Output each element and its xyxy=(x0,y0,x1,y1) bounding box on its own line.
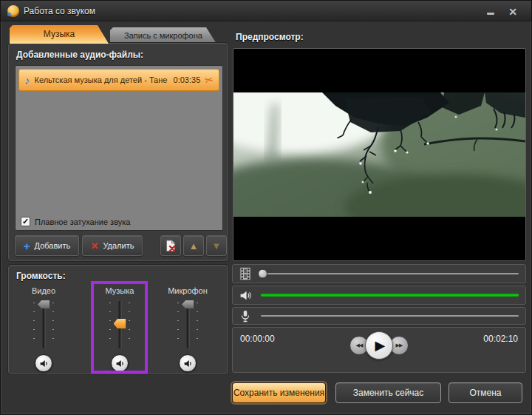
volume-panel: Громкость: Видео Музыка xyxy=(8,265,228,374)
move-up-button[interactable]: ▲ xyxy=(183,235,204,256)
app-icon xyxy=(7,5,19,17)
video-preview xyxy=(233,48,526,261)
play-icon: ▶ xyxy=(375,337,386,354)
slider-label-video: Видео xyxy=(16,286,72,295)
minimize-icon xyxy=(487,13,494,15)
tab-music[interactable]: Музыка xyxy=(10,25,109,44)
video-mute-button[interactable] xyxy=(35,354,52,372)
window-title: Работа со звуком xyxy=(24,1,95,21)
volume-heading: Громкость: xyxy=(16,271,66,281)
microphone-volume-handle[interactable] xyxy=(182,300,194,308)
next-icon: ▶▶ xyxy=(396,343,403,348)
microphone-mute-button[interactable] xyxy=(179,354,197,372)
close-icon: ✕ xyxy=(508,6,517,18)
seek-row xyxy=(232,264,526,283)
microphone-level-row xyxy=(232,307,526,325)
tick-marks xyxy=(197,303,198,347)
speaker-icon xyxy=(238,288,253,303)
audio-files-panel: Добавленные аудио-файлы: ♪ Кельтская муз… xyxy=(8,43,228,261)
transport-controls: ◀◀ ▶ ▶▶ xyxy=(349,331,409,360)
audio-file-row[interactable]: ♪ Кельтская музыка для детей - Танец-ht.… xyxy=(18,69,219,91)
clear-list-button[interactable] xyxy=(160,235,181,256)
delete-button-label: Удалить xyxy=(103,241,134,250)
music-note-icon: ♪ xyxy=(24,74,30,87)
check-icon: ✓ xyxy=(22,217,29,226)
tick-marks xyxy=(52,303,54,347)
slider-label-music: Музыка xyxy=(92,286,148,295)
cancel-button[interactable]: Отмена xyxy=(449,382,522,403)
speaker-icon xyxy=(115,359,125,368)
previous-icon: ◀◀ xyxy=(356,343,363,348)
filmstrip-icon xyxy=(238,266,253,281)
title-bar: Работа со звуком ✕ xyxy=(1,1,531,21)
replace-now-button[interactable]: Заменить сейчас xyxy=(335,382,441,403)
audio-files-heading: Добавленные аудио-файлы: xyxy=(16,50,143,60)
volume-slider-video: Видео xyxy=(16,285,72,372)
fade-checkbox[interactable]: ✓ xyxy=(21,217,30,226)
music-volume-track[interactable] xyxy=(92,300,148,351)
video-volume-track[interactable] xyxy=(16,300,72,351)
tick-marks xyxy=(177,303,179,347)
audio-files-list[interactable]: ♪ Кельтская музыка для детей - Танец-ht.… xyxy=(15,65,223,231)
elapsed-time: 00:00:00 xyxy=(240,334,275,344)
play-button[interactable]: ▶ xyxy=(365,331,393,360)
tick-marks xyxy=(33,303,35,347)
close-button[interactable]: ✕ xyxy=(506,6,519,17)
add-button[interactable]: + Добавить xyxy=(15,235,79,256)
minimize-button[interactable] xyxy=(484,6,497,17)
clear-document-icon xyxy=(166,240,177,252)
arrow-down-icon: ▼ xyxy=(212,240,222,252)
fade-label: Плавное затухание звука xyxy=(35,217,130,226)
microphone-level-bar[interactable] xyxy=(261,315,519,317)
music-level-bar[interactable] xyxy=(261,294,519,297)
arrow-up-icon: ▲ xyxy=(189,240,199,252)
speaker-icon xyxy=(183,359,193,368)
tick-marks xyxy=(129,303,130,347)
save-changes-button[interactable]: Сохранить изменения xyxy=(232,382,326,403)
tab-mic-record[interactable]: Запись с микрофона xyxy=(110,27,216,44)
seek-handle[interactable] xyxy=(258,269,267,279)
microphone-icon xyxy=(238,308,253,323)
trim-scissors-icon[interactable]: ✂ xyxy=(204,73,214,87)
music-volume-handle[interactable] xyxy=(114,319,126,328)
fade-checkbox-row[interactable]: ✓ Плавное затухание звука xyxy=(21,217,130,226)
playback-panel: 00:00:00 00:02:10 ◀◀ ▶ ▶▶ xyxy=(232,327,526,373)
volume-slider-microphone: Микрофон xyxy=(160,285,216,372)
audio-file-duration: 0:03:35 xyxy=(174,75,201,84)
music-mute-button[interactable] xyxy=(111,354,129,372)
move-down-button[interactable]: ▼ xyxy=(206,235,227,256)
slider-label-microphone: Микрофон xyxy=(160,286,216,295)
delete-button[interactable]: ✕ Удалить xyxy=(82,235,143,256)
tick-marks xyxy=(109,303,111,347)
preview-heading: Предпросмотр: xyxy=(236,32,304,42)
speaker-icon xyxy=(39,359,49,368)
plus-icon: + xyxy=(24,240,30,252)
seek-track[interactable] xyxy=(261,273,519,274)
audio-file-name: Кельтская музыка для детей - Танец-ht... xyxy=(35,75,168,84)
add-button-label: Добавить xyxy=(35,241,71,250)
total-time: 00:02:10 xyxy=(483,334,518,344)
microphone-volume-track[interactable] xyxy=(160,300,216,351)
volume-slider-music: Музыка xyxy=(92,285,148,372)
audio-dialog-window: Работа со звуком ✕ Музыка Запись с микро… xyxy=(0,0,532,415)
delete-x-icon: ✕ xyxy=(91,240,99,252)
music-level-row xyxy=(232,286,526,305)
video-frame-image xyxy=(233,92,525,217)
video-volume-handle[interactable] xyxy=(38,300,50,308)
